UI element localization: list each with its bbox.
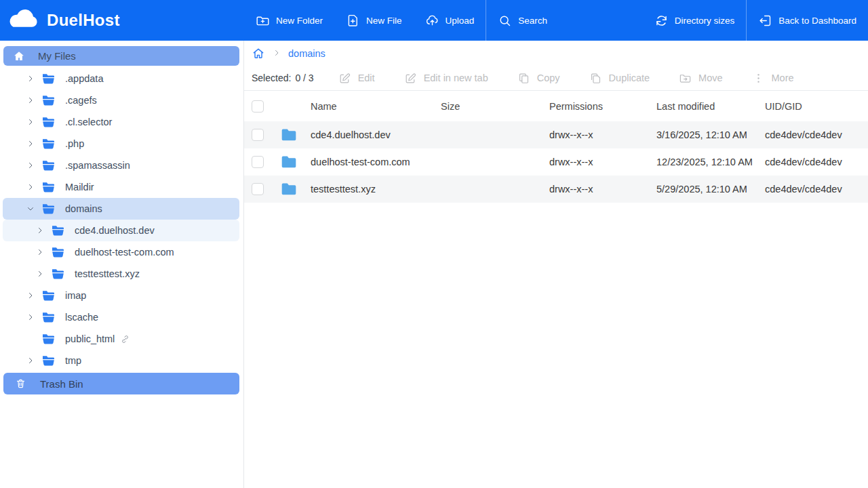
toolbar-button-label: Move — [698, 73, 722, 83]
tree-item-tmp[interactable]: tmp — [3, 350, 239, 371]
tree-item-testtesttest-xyz[interactable]: testtesttest.xyz — [3, 263, 239, 285]
chevron-right-icon[interactable] — [35, 226, 45, 235]
tree-item-label: testtesttest.xyz — [75, 268, 140, 279]
chevron-right-icon[interactable] — [26, 139, 35, 148]
tree-item-label: imap — [65, 290, 86, 301]
topbar: DuelHost New FolderNew FileUploadSearchD… — [0, 0, 868, 41]
directory-sizes-button[interactable]: Directory sizes — [643, 0, 747, 41]
tree-item--spamassassin[interactable]: .spamassassin — [3, 155, 239, 176]
toolbar-button-label: Copy — [537, 73, 560, 83]
row-checkbox[interactable] — [252, 156, 264, 168]
breadcrumb-current[interactable]: domains — [288, 48, 326, 59]
edit-button[interactable]: Edit — [338, 72, 375, 85]
new-file-button[interactable]: New File — [334, 0, 414, 41]
table-row[interactable]: testtesttest.xyzdrwx--x--x5/29/2025, 12:… — [244, 176, 868, 203]
column-header-uid-gid[interactable]: UID/GID — [758, 101, 868, 112]
chevron-right-icon[interactable] — [26, 182, 35, 192]
chevron-right-icon[interactable] — [35, 269, 45, 279]
file-modified: 5/29/2025, 12:10 AM — [650, 184, 758, 195]
back-to-dashboard-button[interactable]: Back to Dashboard — [747, 0, 868, 41]
chevron-right-icon[interactable] — [26, 117, 35, 127]
new-folder-button[interactable]: New Folder — [244, 0, 334, 41]
tree-item-maildir[interactable]: Maildir — [3, 176, 239, 198]
trash-icon — [15, 378, 26, 390]
chevron-down-icon[interactable] — [26, 204, 35, 214]
row-checkbox[interactable] — [252, 183, 264, 195]
breadcrumb-home-icon[interactable] — [252, 47, 265, 60]
main-panel: domains Selected:0 / 3 EditEdit in new t… — [244, 41, 868, 488]
file-name: duelhost-test-com.com — [304, 157, 434, 167]
new-file-icon — [346, 14, 360, 28]
folder-side-icon — [41, 117, 56, 128]
link-icon — [120, 334, 130, 344]
chevron-right-icon[interactable] — [26, 312, 35, 322]
tree-item-label: Maildir — [65, 182, 94, 192]
column-header-last-modified[interactable]: Last modified — [650, 101, 758, 112]
tree-item-label: .appdata — [65, 73, 103, 84]
chevron-right-icon[interactable] — [26, 291, 35, 300]
tree-item-public-html[interactable]: public_html — [3, 328, 239, 350]
copy-button[interactable]: Copy — [517, 72, 560, 85]
new-folder-icon — [256, 14, 270, 28]
file-permissions: drwx--x--x — [542, 157, 650, 167]
folder-side-icon — [41, 95, 56, 106]
edit-in-new-tab-button[interactable]: Edit in new tab — [404, 72, 488, 85]
tree-item-cde4-duelhost-dev[interactable]: cde4.duelhost.dev — [3, 220, 239, 241]
duplicate-button[interactable]: Duplicate — [589, 72, 650, 85]
folder-side-icon — [51, 225, 65, 237]
chevron-right-icon[interactable] — [35, 247, 45, 257]
topbar-button-label: Upload — [446, 16, 475, 26]
brand[interactable]: DuelHost — [0, 0, 244, 41]
search-button[interactable]: Search — [486, 0, 559, 41]
tree-item-imap[interactable]: imap — [3, 285, 239, 306]
sidebar-item-my-files[interactable]: My Files — [3, 46, 239, 66]
select-all-checkbox[interactable] — [252, 100, 264, 113]
chevron-right-icon[interactable] — [26, 356, 35, 365]
file-name: testtesttest.xyz — [304, 184, 434, 195]
tree-item-label: .php — [65, 138, 84, 149]
chevron-right-icon[interactable] — [26, 74, 35, 83]
duplicate-icon — [589, 72, 602, 85]
file-modified: 12/23/2025, 12:10 AM — [650, 157, 758, 167]
column-header-name[interactable]: Name — [304, 101, 434, 112]
sidebar-item-trash-bin[interactable]: Trash Bin — [3, 373, 239, 394]
column-header-size[interactable]: Size — [434, 101, 542, 112]
tree-item-label: .cl.selector — [65, 117, 112, 127]
home-icon — [13, 50, 25, 62]
refresh-icon — [654, 14, 669, 28]
row-checkbox[interactable] — [252, 129, 264, 141]
tree-item--cl-selector[interactable]: .cl.selector — [3, 111, 239, 133]
table-row[interactable]: cde4.duelhost.devdrwx--x--x3/16/2025, 12… — [244, 121, 868, 148]
file-tree: .appdata.cagefs.cl.selector.php.spamassa… — [0, 68, 243, 371]
breadcrumb: domains — [244, 41, 868, 66]
folder-table-icon — [281, 128, 297, 142]
upload-button[interactable]: Upload — [414, 0, 486, 41]
tree-item-domains[interactable]: domains — [3, 198, 239, 220]
brand-name: DuelHost — [47, 11, 120, 30]
chevron-right-icon[interactable] — [26, 96, 35, 105]
tree-item-lscache[interactable]: lscache — [3, 306, 239, 328]
tree-item-label: lscache — [65, 312, 98, 323]
topbar-button-label: New File — [366, 16, 402, 26]
topbar-button-label: Directory sizes — [675, 16, 735, 26]
tree-item-label: .cagefs — [65, 95, 97, 106]
more-button[interactable]: More — [752, 72, 794, 85]
table-row[interactable]: duelhost-test-com.comdrwx--x--x12/23/202… — [244, 148, 868, 176]
tree-item--cagefs[interactable]: .cagefs — [3, 89, 239, 111]
tree-item-label: domains — [65, 203, 102, 214]
chevron-right-icon[interactable] — [26, 161, 35, 170]
folder-side-icon — [41, 312, 56, 323]
folder-side-icon — [41, 160, 56, 171]
file-uid-gid: cde4dev/cde4dev — [758, 129, 868, 140]
sidebar: My Files .appdata.cagefs.cl.selector.php… — [0, 41, 244, 488]
tree-item-duelhost-test-com-com[interactable]: duelhost-test-com.com — [3, 241, 239, 263]
search-icon — [498, 14, 512, 28]
move-button[interactable]: Move — [679, 72, 722, 85]
tree-item--php[interactable]: .php — [3, 133, 239, 155]
cloud-logo-icon — [7, 7, 40, 33]
column-header-permissions[interactable]: Permissions — [542, 101, 650, 112]
folder-side-icon — [41, 355, 56, 367]
table-body: cde4.duelhost.devdrwx--x--x3/16/2025, 12… — [244, 121, 868, 203]
tree-item-label: cde4.duelhost.dev — [75, 225, 155, 236]
tree-item--appdata[interactable]: .appdata — [3, 68, 239, 89]
